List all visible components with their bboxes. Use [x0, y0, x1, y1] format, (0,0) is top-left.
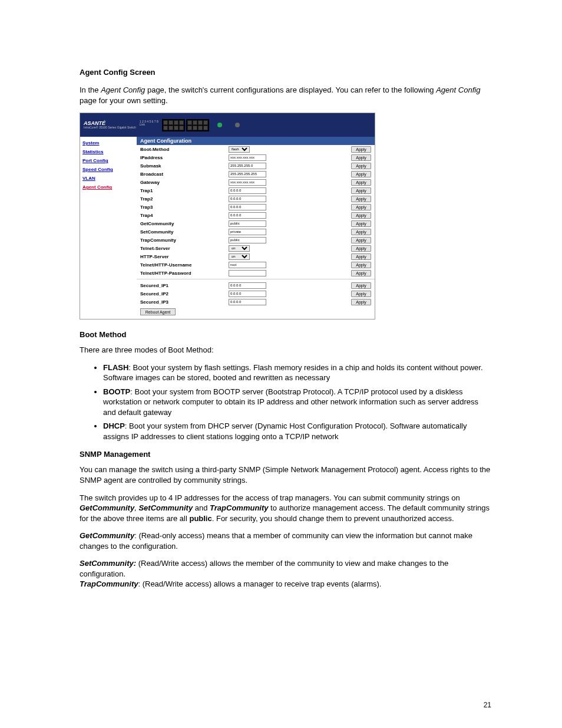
dhcp-desc: : Boot your system from DHCP server (Dyn… — [103, 421, 467, 441]
apply-button[interactable]: Apply — [351, 146, 371, 153]
config-input[interactable] — [229, 196, 266, 202]
config-input[interactable] — [229, 204, 266, 210]
apply-button[interactable]: Apply — [351, 291, 371, 297]
config-row: Secured_IP1Apply — [137, 281, 375, 289]
config-row: Secured_IP3Apply — [137, 298, 375, 306]
config-input[interactable] — [229, 179, 266, 186]
apply-button[interactable]: Apply — [351, 282, 371, 289]
screenshot-header: ASANTÉ IntraCore® 35160 Series Gigabit S… — [80, 113, 375, 137]
config-select[interactable]: on — [229, 245, 250, 252]
config-label: Secured_IP2 — [140, 291, 229, 297]
intro-suffix: page for your own setting. — [80, 96, 168, 105]
screenshot-nav: System Statistics Port Config Speed Conf… — [80, 137, 137, 319]
boot-method-bootp: BOOTP: Boot your system from BOOTP serve… — [103, 387, 491, 418]
config-input[interactable] — [229, 229, 266, 235]
apply-button[interactable]: Apply — [351, 212, 371, 219]
reboot-agent-button[interactable]: Reboot Agent — [140, 308, 176, 315]
config-row: Trap4Apply — [137, 211, 375, 219]
nav-system[interactable]: System — [82, 140, 134, 146]
config-label: Trap1 — [140, 188, 229, 193]
brand-subtext: IntraCore® 35160 Series Gigabit Switch — [84, 126, 136, 130]
port-panel — [162, 119, 209, 131]
trapcommunity-term: TrapCommunity — [80, 579, 138, 588]
apply-button[interactable]: Apply — [351, 220, 371, 227]
intro-mid: page, the switch's current configuration… — [145, 85, 436, 94]
config-row: IPaddressApply — [137, 153, 375, 162]
apply-button[interactable]: Apply — [351, 163, 371, 169]
nav-statistics[interactable]: Statistics — [82, 149, 134, 154]
config-select[interactable]: on — [229, 253, 250, 260]
config-select[interactable]: flash — [229, 146, 250, 153]
config-label: HTTP-Server — [140, 254, 229, 259]
nav-port-config[interactable]: Port Config — [82, 158, 134, 163]
nav-agent-config[interactable]: Agent Config — [82, 185, 134, 190]
snmp-p2-e: . For security, you should change them t… — [212, 514, 454, 523]
nav-speed-config[interactable]: Speed Config — [82, 167, 134, 172]
snmp-setcommunity: SetCommunity — [138, 503, 193, 512]
led-icon — [235, 123, 240, 127]
port-legend: 1 2 3 4 5 6 7 8Link — [140, 120, 158, 130]
config-row: BroadcastApply — [137, 170, 375, 178]
page-number: 21 — [484, 701, 491, 709]
apply-button[interactable]: Apply — [351, 253, 371, 260]
config-row: GatewayApply — [137, 178, 375, 186]
config-input[interactable] — [229, 187, 266, 194]
apply-button[interactable]: Apply — [351, 204, 371, 210]
config-input[interactable] — [229, 237, 266, 243]
panel-title: Agent Configuration — [137, 137, 375, 145]
trapcommunity-desc: : (Read/Write access) allows a manager t… — [138, 579, 381, 588]
config-input[interactable] — [229, 291, 266, 297]
config-input[interactable] — [229, 270, 266, 276]
led-icon — [217, 123, 222, 127]
config-input[interactable] — [229, 220, 266, 227]
dhcp-term: DHCP — [103, 421, 125, 430]
apply-button[interactable]: Apply — [351, 187, 371, 194]
apply-button[interactable]: Apply — [351, 245, 371, 252]
getcommunity-desc: : (Read-only access) means that a member… — [80, 531, 472, 551]
apply-button[interactable]: Apply — [351, 229, 371, 235]
apply-button[interactable]: Apply — [351, 196, 371, 202]
config-input[interactable] — [229, 299, 266, 305]
intro-paragraph: In the Agent Config page, the switch's c… — [80, 85, 491, 106]
apply-button[interactable]: Apply — [351, 262, 371, 268]
config-label: Secured_IP1 — [140, 283, 229, 288]
snmp-para-1: You can manage the switch using a third-… — [80, 465, 491, 485]
apply-button[interactable]: Apply — [351, 237, 371, 243]
config-row: Trap3Apply — [137, 203, 375, 211]
intro-italic-2: Agent Config — [436, 85, 480, 94]
config-row: Trap2Apply — [137, 195, 375, 203]
config-input[interactable] — [229, 212, 266, 219]
config-label: Telnet/HTTP-Password — [140, 271, 229, 276]
flash-term: FLASH — [103, 363, 128, 372]
heading-snmp: SNMP Management — [80, 450, 491, 459]
config-input[interactable] — [229, 262, 266, 268]
apply-button[interactable]: Apply — [351, 299, 371, 305]
apply-button[interactable]: Apply — [351, 154, 371, 161]
snmp-p2-c: and — [193, 503, 210, 512]
config-label: TrapCommunity — [140, 238, 229, 243]
config-input[interactable] — [229, 171, 266, 177]
config-row: TrapCommunityApply — [137, 236, 375, 244]
snmp-public: public — [189, 514, 211, 523]
apply-button[interactable]: Apply — [351, 179, 371, 186]
setcommunity-term: SetCommunity: — [80, 559, 136, 568]
snmp-para-2: The switch provides up to 4 IP addresses… — [80, 493, 491, 524]
config-input[interactable] — [229, 282, 266, 289]
config-label: Gateway — [140, 180, 229, 185]
apply-button[interactable]: Apply — [351, 171, 371, 177]
config-input[interactable] — [229, 154, 266, 161]
config-row: GetCommunityApply — [137, 219, 375, 228]
nav-vlan[interactable]: VLAN — [82, 176, 134, 181]
config-label: Trap4 — [140, 213, 229, 218]
apply-button[interactable]: Apply — [351, 270, 371, 276]
config-label: Trap3 — [140, 205, 229, 210]
getcommunity-term: GetCommunity — [80, 531, 134, 540]
config-input[interactable] — [229, 163, 266, 169]
config-label: Submask — [140, 163, 229, 169]
config-row: SubmaskApply — [137, 162, 375, 170]
getcommunity-para: GetCommunity: (Read-only access) means t… — [80, 531, 491, 551]
agent-config-screenshot: ASANTÉ IntraCore® 35160 Series Gigabit S… — [80, 113, 375, 319]
snmp-getcommunity: GetCommunity — [80, 503, 134, 512]
heading-boot-method: Boot Method — [80, 330, 491, 339]
config-label: Broadcast — [140, 172, 229, 177]
